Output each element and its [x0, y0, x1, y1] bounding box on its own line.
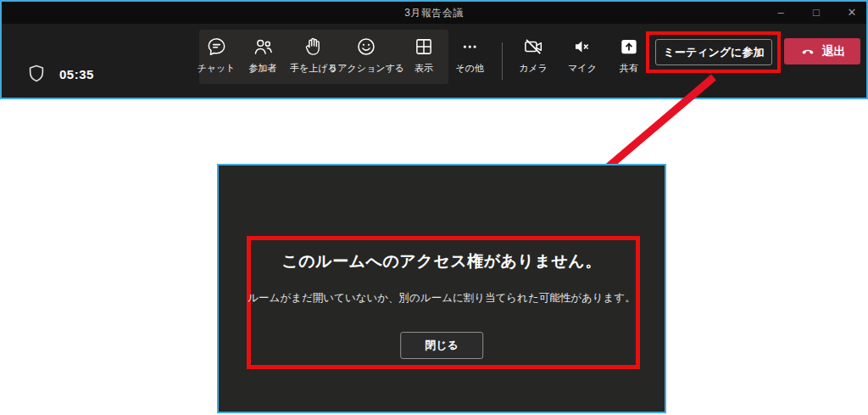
more-label: その他	[455, 62, 484, 75]
chat-label: チャット	[197, 62, 235, 75]
close-button[interactable]: ✕	[844, 2, 860, 24]
view-button[interactable]: 表示	[413, 36, 435, 75]
dialog-message: ルームがまだ開いていないか、別のルームに割り当てられた可能性があります。	[219, 291, 665, 306]
speaker-muted-icon	[571, 36, 593, 58]
share-button[interactable]: 共有	[618, 36, 640, 75]
more-button[interactable]: その他	[455, 36, 484, 75]
window-controls: – □ ✕	[773, 2, 860, 24]
raise-hand-icon	[303, 36, 325, 58]
mic-button[interactable]: マイク	[568, 36, 597, 75]
participants-button[interactable]: 参加者	[249, 36, 277, 75]
toolbar-divider	[502, 42, 503, 80]
meeting-timer: 05:35	[59, 67, 94, 81]
camera-button[interactable]: カメラ	[519, 36, 548, 75]
access-error-dialog: このルームへのアクセス権がありません。 ルームがまだ開いていないか、別のルームに…	[217, 164, 666, 413]
titlebar[interactable]: 3月報告会議 – □ ✕	[2, 2, 866, 24]
dialog-close-button[interactable]: 閉じる	[400, 332, 483, 359]
view-grid-icon	[413, 36, 435, 58]
hangup-phone-icon	[799, 43, 816, 60]
participants-label: 参加者	[249, 62, 277, 75]
meeting-window: 3月報告会議 – □ ✕ 05:35	[0, 0, 868, 99]
reaction-button[interactable]: リアクションする	[328, 36, 404, 75]
leave-button[interactable]: 退出	[784, 38, 860, 64]
join-meeting-button[interactable]: ミーティングに参加	[655, 39, 772, 65]
dialog-title: このルームへのアクセス権がありません。	[219, 250, 665, 272]
camera-label: カメラ	[519, 62, 548, 75]
chat-icon	[205, 36, 227, 58]
meeting-status-group: 05:35	[25, 63, 94, 85]
view-label: 表示	[415, 62, 433, 75]
share-label: 共有	[620, 62, 638, 75]
chat-button[interactable]: チャット	[197, 36, 235, 75]
shield-icon	[25, 63, 47, 85]
minimize-button[interactable]: –	[773, 2, 788, 24]
reaction-label: リアクションする	[328, 62, 404, 75]
screenshot-canvas: 3月報告会議 – □ ✕ 05:35	[0, 0, 868, 415]
participants-icon	[252, 36, 274, 58]
meeting-toolbar: 05:35 チャット	[2, 24, 866, 98]
share-icon	[618, 36, 640, 58]
maximize-button[interactable]: □	[809, 2, 824, 24]
camera-off-icon	[522, 36, 544, 58]
more-ellipsis-icon	[459, 36, 481, 58]
leave-label: 退出	[822, 44, 846, 59]
mic-label: マイク	[568, 62, 597, 75]
reaction-smiley-icon	[355, 36, 377, 58]
window-title: 3月報告会議	[404, 6, 464, 20]
